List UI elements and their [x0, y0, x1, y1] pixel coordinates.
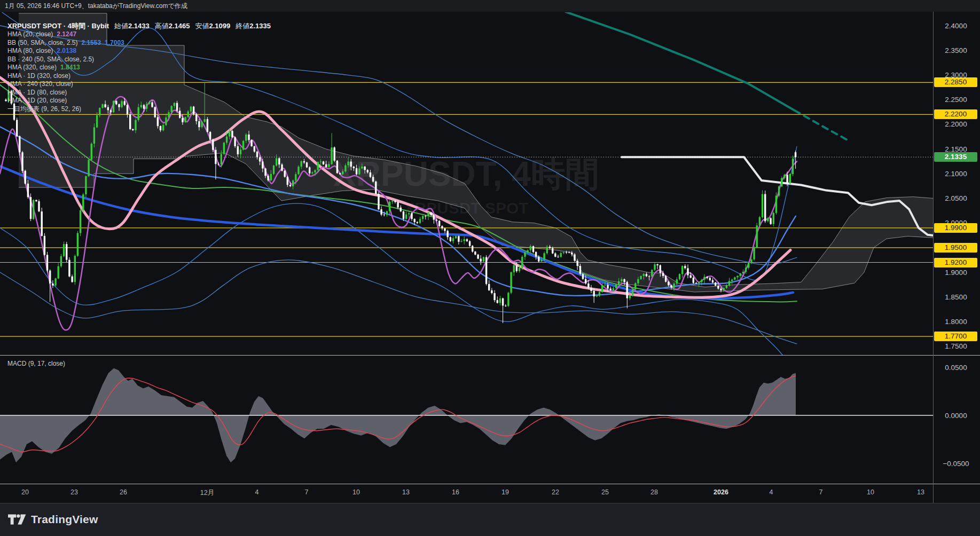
indicator-name: HMA (80, close): [7, 47, 53, 54]
ohlc-label: 高値: [155, 22, 169, 30]
time-axis-label: 7: [305, 488, 309, 496]
candle-body: [240, 149, 241, 154]
candle-body: [74, 256, 76, 282]
candle-body: [44, 236, 45, 255]
candle-body: [49, 271, 51, 283]
price-axis-label: 1.8500: [934, 293, 978, 302]
candle-body: [670, 285, 672, 287]
legend-symbol-row[interactable]: XRPUSDT SPOT · 4時間 · Bybit始値2.1433高値2.14…: [7, 21, 276, 30]
legend-indicator-row[interactable]: HMA (320, close)1.8413: [7, 64, 276, 72]
indicator-value: 2.0138: [57, 47, 76, 54]
legend-indicator-row[interactable]: HMA · 1D (320, close): [7, 72, 276, 81]
candle-body: [781, 178, 782, 186]
indicator-value: 1.7003: [105, 39, 124, 46]
symbol-title[interactable]: XRPUSDT SPOT · 4時間 · Bybit: [7, 22, 109, 30]
candle-body: [753, 248, 755, 259]
price-axis[interactable]: 2.40002.35002.30002.25002.20002.15002.10…: [934, 12, 980, 503]
candle-body: [648, 276, 650, 277]
candle-body: [488, 284, 490, 290]
candle-body: [96, 115, 98, 128]
candle-body: [297, 167, 299, 174]
candle-body: [405, 215, 407, 219]
candle-body: [499, 298, 501, 303]
candle-body: [256, 152, 258, 157]
candle-body: [25, 171, 26, 184]
legend-indicator-row[interactable]: HMA (20, close)2.1247: [7, 30, 276, 39]
macd-indicator-label[interactable]: MACD (9, 17, close): [7, 360, 65, 367]
legend-indicator-row[interactable]: BB · 240 (50, SMA, close, 2.5): [7, 56, 276, 64]
candle-body: [681, 266, 683, 274]
candle-body: [259, 157, 261, 162]
candle-body: [623, 279, 625, 282]
candle-body: [237, 146, 239, 154]
candle-body: [629, 296, 631, 298]
candle-body: [270, 174, 272, 180]
legend-indicator-row[interactable]: HMA · 1D (80, close): [7, 89, 276, 97]
candle-body: [646, 274, 647, 276]
tradingview-logo-text: TradingView: [31, 513, 98, 526]
legend-indicator-row[interactable]: HMA · 1D (20, close): [7, 97, 276, 105]
candle-body: [767, 218, 769, 222]
candle-body: [157, 117, 159, 127]
legend-indicator-row[interactable]: HMA · 240 (320, close): [7, 80, 276, 89]
candle-body: [701, 280, 702, 282]
time-axis-label: 2026: [714, 488, 728, 496]
candle-body: [229, 131, 230, 137]
ohlc-value: 2.1433: [128, 22, 150, 30]
candle-body: [198, 121, 200, 127]
price-axis-label: 1.9000: [934, 268, 978, 277]
candle-body: [571, 253, 573, 254]
candle-body: [770, 218, 771, 224]
candle-body: [472, 246, 473, 252]
candle-body: [422, 216, 424, 219]
candle-body: [640, 276, 641, 279]
candle-body: [209, 132, 211, 140]
candle-body: [394, 201, 396, 202]
candle-body: [231, 131, 233, 137]
candle-body: [287, 177, 288, 185]
candle-body: [245, 135, 247, 141]
candle-body: [493, 293, 495, 300]
legend-indicator-row[interactable]: HMA (80, close)2.0138: [7, 47, 276, 56]
indicator-name: HMA · 1D (80, close): [7, 89, 67, 96]
time-axis-label: 7: [819, 488, 823, 496]
candle-body: [91, 144, 92, 160]
candle-body: [538, 257, 539, 262]
price-level-badge: 1.9500: [934, 243, 977, 253]
candle-body: [380, 209, 382, 215]
time-axis-label: 10: [867, 488, 874, 496]
candle-body: [38, 201, 40, 211]
candle-body: [756, 225, 758, 247]
candle-body: [281, 164, 283, 171]
candle-body: [52, 283, 53, 286]
candle-body: [331, 147, 332, 164]
candle-body: [217, 164, 219, 164]
candle-body: [132, 129, 134, 130]
candle-body: [513, 265, 515, 272]
pane-separator-main-macd[interactable]: [0, 355, 980, 356]
candle-body: [223, 143, 225, 154]
candle-body: [519, 268, 520, 271]
time-axis[interactable]: 20232612月47101316192225282026471013: [0, 484, 980, 503]
candle-body: [656, 264, 658, 265]
candle-body: [58, 266, 59, 279]
candle-body: [530, 246, 531, 250]
candle-body: [85, 176, 87, 194]
legend-indicator-row[interactable]: BB (50, SMA, close, 2.5)2.15531.7003: [7, 39, 276, 48]
candle-body: [375, 182, 377, 194]
candle-body: [27, 184, 29, 197]
candle-body: [195, 114, 197, 121]
candle-body: [63, 244, 65, 256]
legend-indicator-row[interactable]: 一目均衡表 (9, 26, 52, 26): [7, 105, 276, 114]
candle-body: [82, 194, 84, 210]
candle-body: [505, 306, 506, 306]
time-axis-label: 13: [917, 488, 924, 496]
tradingview-logo[interactable]: TradingView: [8, 511, 98, 527]
candle-body: [182, 118, 183, 122]
indicator-name: HMA (320, close): [7, 64, 57, 71]
candle-body: [201, 122, 202, 127]
candle-body: [709, 278, 711, 280]
candle-body: [582, 274, 584, 279]
candle-body: [795, 152, 796, 157]
macd-pane[interactable]: [0, 368, 933, 462]
